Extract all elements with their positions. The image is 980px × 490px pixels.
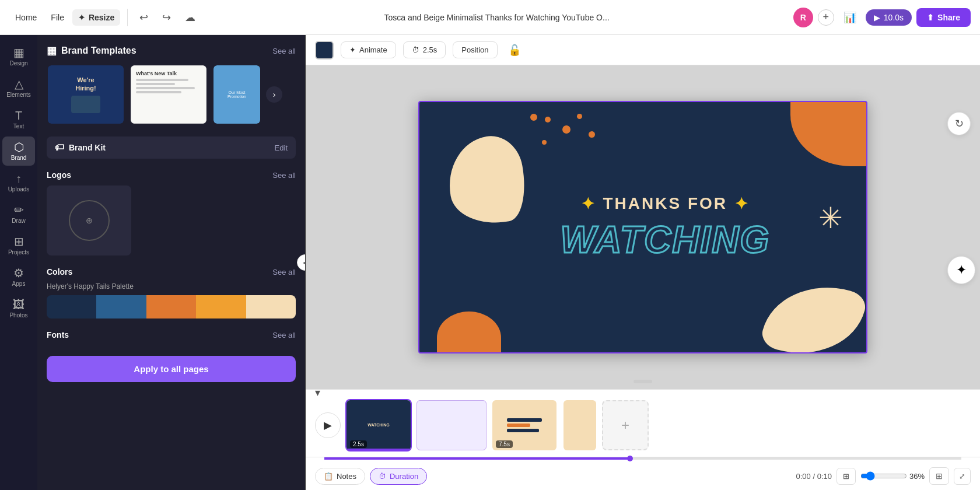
elements-icon: △	[15, 78, 23, 90]
colors-see-all-button[interactable]: See all	[272, 268, 296, 276]
swatch-2[interactable]	[96, 295, 146, 318]
sidebar-item-projects[interactable]: ⊞ Projects	[2, 231, 35, 260]
play-button[interactable]: ▶ 10.0s	[866, 9, 912, 26]
sidebar-item-draw[interactable]: ✏ Draw	[2, 200, 35, 229]
grid-button[interactable]: ⊞	[929, 467, 949, 485]
progress-bar-container	[306, 457, 980, 462]
logo-placeholder[interactable]: ⊕	[47, 186, 131, 256]
brand-kit-left: 🏷 Brand Kit	[55, 142, 106, 153]
templates-see-all-button[interactable]: See all	[272, 47, 296, 55]
timeline-progress-bar[interactable]	[324, 457, 961, 460]
expand-button[interactable]: ⤢	[954, 468, 971, 485]
sidebar-label-photos: Photos	[9, 312, 27, 318]
duration-button[interactable]: ⏱ 2.5s	[403, 41, 446, 58]
brand-panel: ▦ Brand Templates See all We'reHiring! W…	[37, 35, 306, 490]
template-card-1[interactable]: We'reHiring!	[47, 64, 125, 125]
position-button[interactable]: Position	[453, 41, 497, 58]
brand-panel-inner: ▦ Brand Templates See all We'reHiring! W…	[37, 35, 305, 490]
swatch-3[interactable]	[146, 295, 196, 318]
redo-button[interactable]: ↪	[158, 8, 176, 27]
fonts-see-all-button[interactable]: See all	[272, 331, 296, 340]
undo-button[interactable]: ↩	[135, 8, 153, 27]
home-button[interactable]: Home	[9, 9, 43, 26]
share-button[interactable]: ⬆ Share	[916, 8, 971, 27]
photos-icon: 🖼	[13, 299, 24, 310]
sidebar-item-brand[interactable]: ⬡ Brand	[2, 136, 35, 166]
sidebar-item-uploads[interactable]: ↑ Uploads	[2, 168, 35, 197]
deco-leaf-left	[442, 131, 531, 230]
swatch-4[interactable]	[196, 295, 246, 318]
logos-see-all-button[interactable]: See all	[272, 171, 296, 180]
canvas-text-container: ✦ THANKS FOR ✦ WATCHING	[560, 194, 770, 261]
sidebar-item-design[interactable]: ▦ Design	[2, 42, 35, 71]
slide-2-mini-content	[505, 416, 544, 435]
template-preview-1: We'reHiring!	[48, 65, 124, 124]
page-view-button[interactable]: ⊞	[836, 468, 856, 485]
slide-thumb-1[interactable]: WATCHING 2.5s	[345, 399, 412, 452]
sidebar-label-elements: Elements	[6, 92, 31, 98]
brand-templates-header: ▦ Brand Templates See all	[47, 44, 296, 57]
slide-1-progress	[346, 449, 411, 450]
uploads-icon: ↑	[16, 173, 22, 184]
watching-text: WATCHING	[560, 218, 770, 261]
animate-button[interactable]: ✦ Animate	[341, 41, 396, 58]
template-card-2[interactable]: What's New Talk	[130, 64, 208, 125]
logo-inner: ⊕	[69, 200, 110, 241]
templates-next-button[interactable]: ›	[266, 86, 282, 103]
timeline-progress-dot	[627, 456, 633, 461]
main-area: ▦ Design △ Elements T Text ⬡ Brand ↑ Upl…	[0, 35, 980, 490]
brand-kit-row: 🏷 Brand Kit Edit	[47, 136, 296, 159]
apply-to-all-pages-button[interactable]: Apply to all pages	[47, 356, 296, 382]
brand-kit-edit-button[interactable]: Edit	[275, 144, 288, 152]
resize-button[interactable]: ✦ Resize	[72, 9, 120, 26]
scrubber-head-icon: ▾	[315, 386, 320, 399]
slide-3-preview	[564, 400, 597, 450]
magic-button[interactable]: ✦	[947, 256, 975, 284]
add-slide-button[interactable]: +	[602, 400, 649, 450]
slide-thumb-2[interactable]: 7.5s	[491, 399, 558, 452]
color-picker-button[interactable]	[315, 41, 334, 60]
canvas-slide[interactable]: ✳ ✦ THANKS FOR ✦ WATCHING	[418, 101, 867, 354]
star-right-icon: ✦	[734, 194, 750, 213]
clock-icon: ⏱	[412, 46, 419, 54]
deco-circle-bottom	[437, 312, 501, 354]
sidebar-label-uploads: Uploads	[8, 186, 30, 192]
color-swatches	[47, 295, 296, 318]
refresh-button[interactable]: ↻	[947, 112, 971, 135]
deco-star-right: ✳	[818, 201, 843, 235]
resize-icon: ✦	[78, 13, 85, 22]
star-left-icon: ✦	[581, 194, 596, 213]
canvas-area: ✦ Animate ⏱ 2.5s Position 🔓	[306, 35, 980, 490]
add-collaborator-button[interactable]: +	[818, 9, 834, 26]
template-card-3[interactable]: Our MostPromotion	[212, 64, 261, 125]
lock-button[interactable]: 🔓	[505, 40, 524, 60]
sidebar-item-elements[interactable]: △ Elements	[2, 74, 35, 103]
zoom-control: 36%	[860, 471, 925, 481]
palette-name: Helyer's Happy Tails Palette	[47, 282, 296, 290]
canvas-toolbar: ✦ Animate ⏱ 2.5s Position 🔓	[306, 35, 980, 65]
duration-tab-button[interactable]: ⏱ Duration	[370, 468, 427, 485]
sidebar-item-photos[interactable]: 🖼 Photos	[2, 294, 35, 323]
swatch-1[interactable]	[47, 295, 96, 318]
timeline-play-button[interactable]: ▶	[315, 412, 341, 438]
thanks-for-text: ✦ THANKS FOR ✦	[560, 194, 770, 213]
timeline-bottom: 📋 Notes ⏱ Duration 0:00 / 0:10 ⊞ 36% ⊞ ⤢	[306, 462, 980, 490]
sidebar-label-apps: Apps	[12, 281, 26, 287]
notes-tab-button[interactable]: 📋 Notes	[315, 468, 365, 485]
analytics-button[interactable]: 📊	[839, 8, 861, 27]
show-pages-button[interactable]	[634, 380, 652, 383]
header-divider	[127, 9, 128, 26]
file-button[interactable]: File	[45, 9, 70, 26]
brand-kit-icon: 🏷	[55, 142, 64, 153]
deco-leaf-bottom-right	[759, 272, 867, 354]
save-cloud-button[interactable]: ☁	[180, 8, 200, 27]
header-center: Tosca and Beige Minimalist Thanks for Wa…	[205, 13, 789, 22]
sidebar-item-apps[interactable]: ⚙ Apps	[2, 262, 35, 292]
colors-section-header: Colors See all	[47, 267, 296, 276]
sidebar-item-text[interactable]: T Text	[2, 105, 35, 134]
header-left: Home File ✦ Resize	[9, 9, 120, 26]
slide-thumb-3[interactable]	[562, 399, 597, 452]
timeline-area: ▾ ▶ WATCHING 2.5s	[306, 389, 980, 490]
swatch-5[interactable]	[246, 295, 296, 318]
zoom-slider[interactable]	[860, 471, 907, 481]
